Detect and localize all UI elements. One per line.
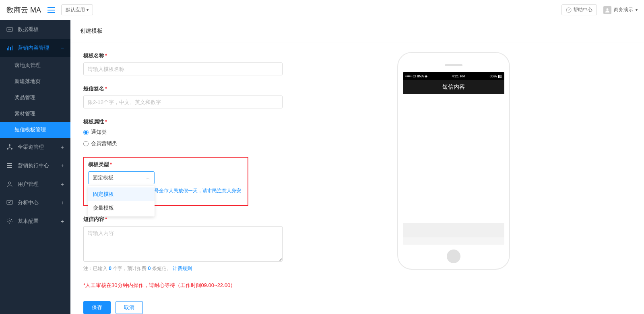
user-icon — [603, 6, 611, 14]
header-right: ? 帮助中心 商务演示 ▾ — [561, 4, 638, 15]
sidebar-sub-material[interactable]: 素材管理 — [0, 106, 70, 122]
phone-speaker — [445, 64, 462, 66]
sidebar-item-label: 全渠道管理 — [18, 143, 44, 151]
expand-icon: + — [61, 162, 64, 169]
dropdown-template-type: 固定模板 变量模板 — [88, 186, 155, 216]
user-menu[interactable]: 商务演示 ▾ — [603, 6, 638, 14]
help-label: 帮助中心 — [573, 6, 592, 13]
sidebar-item-label: 营销执行中心 — [18, 162, 49, 169]
highlight-box: 模板类型* 固定模板 ︿ 固定模板 变量模板 示例：受台风天气影响，9月21 — [83, 157, 248, 206]
gear-icon — [6, 218, 13, 225]
sidebar-sub-sms-template[interactable]: 短信模板管理 — [0, 122, 70, 138]
top-header: 数商云 MA 默认应用 ▾ ? 帮助中心 商务演示 ▾ — [0, 0, 644, 20]
expand-icon: + — [61, 144, 64, 150]
list-icon — [6, 162, 13, 169]
sidebar: 数据看板 营销内容管理 − 落地页管理 新建落地页 奖品管理 素材管理 短信模板… — [0, 20, 70, 314]
header-left: 数商云 MA 默认应用 ▾ — [6, 4, 93, 15]
app-dropdown-label: 默认应用 — [66, 6, 85, 13]
field-template-type: 模板类型* 固定模板 ︿ 固定模板 变量模板 示例：受台风天气影响，9月21 — [88, 161, 244, 201]
save-button[interactable]: 保存 — [83, 301, 111, 314]
field-template-name: 模板名称* — [83, 52, 373, 75]
textarea-sms-content[interactable] — [83, 226, 283, 262]
carrier-label: ••••• CHINA ◈ — [405, 74, 427, 78]
expand-icon: + — [61, 181, 64, 187]
sidebar-sub-prize[interactable]: 奖品管理 — [0, 89, 70, 106]
help-button[interactable]: ? 帮助中心 — [561, 4, 597, 15]
hint-text: 注：已输入 0 个字，预计扣费 0 条短信。 计费规则 — [83, 265, 373, 272]
select-value: 固定模板 — [93, 174, 114, 181]
sidebar-item-label: 营销内容管理 — [18, 44, 49, 52]
monitor-icon — [6, 200, 13, 206]
warning-text: *人工审核在30分钟内操作，请耐心等待（工作时间09.00~22.00） — [83, 282, 373, 289]
cancel-button[interactable]: 取消 — [116, 301, 143, 314]
field-template-attr: 模板属性* 通知类 会员营销类 — [83, 118, 373, 147]
svg-point-7 — [8, 182, 11, 184]
label-name: 模板名称* — [83, 52, 373, 59]
time-label: 4:21 PM — [452, 74, 466, 78]
sidebar-item-label: 基本配置 — [18, 218, 39, 225]
svg-point-4 — [9, 144, 10, 146]
dropdown-option-fixed[interactable]: 固定模板 — [88, 187, 155, 201]
label-content: 短信内容* — [83, 216, 373, 223]
sms-input-area — [403, 223, 504, 237]
select-template-type[interactable]: 固定模板 ︿ — [88, 171, 155, 184]
svg-point-2 — [607, 8, 609, 10]
sidebar-item-basic[interactable]: 基本配置 + — [0, 212, 70, 231]
chart-icon — [6, 45, 13, 51]
sidebar-item-label: 数据看板 — [18, 26, 39, 33]
collapse-icon: − — [61, 45, 64, 51]
billing-rules-link[interactable]: 计费规则 — [173, 266, 192, 271]
label-attr: 模板属性* — [83, 118, 373, 125]
chevron-up-icon: ︿ — [146, 175, 150, 181]
input-template-name[interactable] — [83, 62, 283, 75]
sidebar-item-marketing[interactable]: 营销内容管理 − — [0, 39, 70, 57]
battery-label: 86% ▮▯ — [489, 74, 502, 78]
wifi-icon: ◈ — [425, 74, 427, 78]
field-sms-content: 短信内容* 注：已输入 0 个字，预计扣费 0 条短信。 计费规则 — [83, 216, 373, 272]
sidebar-item-channel[interactable]: 全渠道管理 + — [0, 138, 70, 156]
phone-status-bar: ••••• CHINA ◈ 4:21 PM 86% ▮▯ — [403, 72, 504, 80]
sidebar-item-user[interactable]: 用户管理 + — [0, 175, 70, 193]
sidebar-item-label: 分析中心 — [18, 199, 39, 206]
expand-icon: + — [61, 218, 64, 225]
sidebar-sub-new-landing[interactable]: 新建落地页 — [0, 73, 70, 89]
phone-preview: ••••• CHINA ◈ 4:21 PM 86% ▮▯ 短信内容 — [397, 52, 514, 314]
radio-member-input[interactable] — [83, 141, 89, 146]
svg-point-9 — [9, 220, 10, 222]
sidebar-sub-landing[interactable]: 落地页管理 — [0, 57, 70, 73]
phone-frame: ••••• CHINA ◈ 4:21 PM 86% ▮▯ 短信内容 — [397, 52, 510, 270]
caret-down-icon: ▾ — [87, 8, 89, 12]
user-icon — [6, 181, 13, 187]
user-label: 商务演示 — [614, 6, 633, 13]
dashboard-icon — [6, 26, 13, 33]
expand-icon: + — [61, 200, 64, 206]
input-sms-sign[interactable] — [83, 96, 283, 108]
network-icon — [6, 144, 13, 150]
radio-notify[interactable]: 通知类 — [83, 129, 373, 136]
radio-notify-input[interactable] — [83, 130, 89, 135]
svg-rect-8 — [7, 200, 12, 204]
radio-member[interactable]: 会员营销类 — [83, 140, 373, 147]
label-type: 模板类型* — [88, 161, 244, 168]
sidebar-item-dashboard[interactable]: 数据看板 — [0, 20, 70, 39]
phone-home-button — [447, 250, 460, 263]
dropdown-option-variable[interactable]: 变量模板 — [88, 201, 155, 215]
sidebar-item-exec[interactable]: 营销执行中心 + — [0, 156, 70, 175]
logo: 数商云 MA — [6, 5, 41, 15]
sms-header: 短信内容 — [403, 80, 504, 94]
sms-body — [403, 94, 504, 223]
question-icon: ? — [566, 7, 572, 13]
form: 模板名称* 短信签名* 模板属性* 通知类 — [83, 52, 373, 314]
field-sms-sign: 短信签名* — [83, 85, 373, 108]
button-row: 保存 取消 — [83, 301, 373, 314]
caret-down-icon: ▾ — [636, 8, 638, 12]
sidebar-item-label: 用户管理 — [18, 181, 39, 188]
label-sign: 短信签名* — [83, 85, 373, 92]
content-area: 创建模板 模板名称* 短信签名* 模板属性* 通知类 — [70, 20, 644, 314]
svg-text:?: ? — [568, 8, 570, 12]
phone-screen: ••••• CHINA ◈ 4:21 PM 86% ▮▯ 短信内容 — [403, 72, 504, 245]
page-title: 创建模板 — [70, 20, 644, 42]
app-dropdown[interactable]: 默认应用 ▾ — [61, 4, 93, 15]
sidebar-item-analysis[interactable]: 分析中心 + — [0, 193, 70, 212]
menu-toggle-icon[interactable] — [47, 7, 55, 13]
